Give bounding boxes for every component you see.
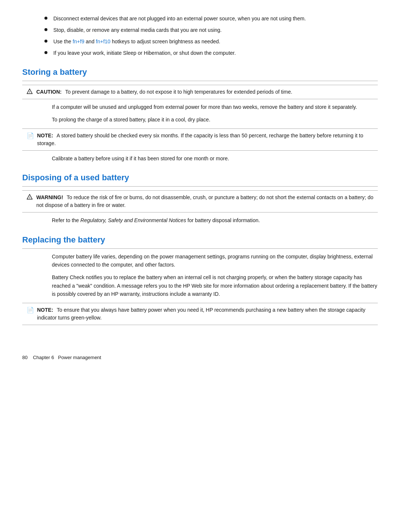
bullet-text: If you leave your work, initiate Sleep o… xyxy=(53,49,236,57)
section-divider xyxy=(22,248,378,249)
note-text: NOTE: A stored battery should be checked… xyxy=(37,132,373,147)
section-divider xyxy=(22,186,378,187)
replacing-para1: Computer battery life varies, depending … xyxy=(22,252,378,269)
warning-text: WARNING! To reduce the risk of fire or b… xyxy=(36,194,373,209)
storing-battery-section: Storing a battery ! CAUTION: To prevent … xyxy=(22,67,378,163)
caution-triangle-icon: ! xyxy=(27,88,33,96)
list-item: Use the fn+f9 and fn+f10 hotkeys to adju… xyxy=(44,38,378,46)
svg-text:!: ! xyxy=(29,196,30,199)
replacing-note-block: 📄 NOTE: To ensure that you always have b… xyxy=(22,303,378,325)
list-item: If you leave your work, initiate Sleep o… xyxy=(44,49,378,57)
top-bullet-list: Disconnect external devices that are not… xyxy=(22,15,378,57)
bullet-dot-icon xyxy=(44,40,47,43)
note-page-icon-2: 📄 xyxy=(27,307,34,314)
bullet-dot-icon xyxy=(44,51,47,54)
list-item: Disconnect external devices that are not… xyxy=(44,15,378,23)
note-page-icon: 📄 xyxy=(27,132,34,139)
warning-body: To reduce the risk of fire or burns, do … xyxy=(36,194,373,208)
replacing-para2: Battery Check notifies you to replace th… xyxy=(22,273,378,298)
main-content: Disconnect external devices that are not… xyxy=(22,15,378,325)
disposing-battery-section: Disposing of a used battery ! WARNING! T… xyxy=(22,173,378,224)
warning-label: WARNING! xyxy=(36,194,63,200)
replacing-note-body: To ensure that you always have battery p… xyxy=(37,307,365,321)
page-number: 80 xyxy=(22,355,27,360)
disposing-battery-heading: Disposing of a used battery xyxy=(22,173,378,183)
replacing-battery-section: Replacing the battery Computer battery l… xyxy=(22,235,378,325)
regulatory-notice-italic: Regulatory, Safety and Environmental Not… xyxy=(80,217,186,223)
disposing-para1-after: for battery disposal information. xyxy=(186,217,260,223)
disposing-para1: Refer to the Regulatory, Safety and Envi… xyxy=(22,216,378,224)
chapter-label: Chapter 6 xyxy=(33,355,54,360)
storing-note-block: 📄 NOTE: A stored battery should be check… xyxy=(22,128,378,151)
fn-f10-link[interactable]: fn+f10 xyxy=(96,39,110,44)
replacing-note-text: NOTE: To ensure that you always have bat… xyxy=(37,306,373,322)
chapter-title: Power management xyxy=(58,355,101,360)
bullet-text: Disconnect external devices that are not… xyxy=(53,15,306,23)
storing-para1: If a computer will be unused and unplugg… xyxy=(22,103,378,111)
bullet-text: Stop, disable, or remove any external me… xyxy=(53,26,221,34)
storing-para2: To prolong the charge of a stored batter… xyxy=(22,116,378,124)
bullet-text-fn: Use the fn+f9 and fn+f10 hotkeys to adju… xyxy=(53,38,220,46)
note-label: NOTE: xyxy=(37,133,53,138)
caution-text: CAUTION: To prevent damage to a battery,… xyxy=(36,88,292,96)
bullet-dot-icon xyxy=(44,17,47,20)
note-body: A stored battery should be checked every… xyxy=(37,133,363,146)
caution-block: ! CAUTION: To prevent damage to a batter… xyxy=(22,85,378,99)
caution-body: To prevent damage to a battery, do not e… xyxy=(65,89,292,95)
page-footer: 80 Chapter 6 Power management xyxy=(22,355,378,360)
list-item: Stop, disable, or remove any external me… xyxy=(44,26,378,34)
storing-para3: Calibrate a battery before using it if i… xyxy=(22,154,378,163)
caution-label: CAUTION: xyxy=(36,89,61,95)
warning-triangle-icon: ! xyxy=(27,194,33,201)
fn-f9-link[interactable]: fn+f9 xyxy=(73,39,84,44)
replacing-note-label: NOTE: xyxy=(37,307,53,313)
svg-text:!: ! xyxy=(29,90,30,94)
storing-battery-heading: Storing a battery xyxy=(22,67,378,77)
bullet-dot-icon xyxy=(44,28,47,31)
replacing-battery-heading: Replacing the battery xyxy=(22,235,378,245)
warning-block: ! WARNING! To reduce the risk of fire or… xyxy=(22,190,378,213)
section-divider xyxy=(22,81,378,81)
